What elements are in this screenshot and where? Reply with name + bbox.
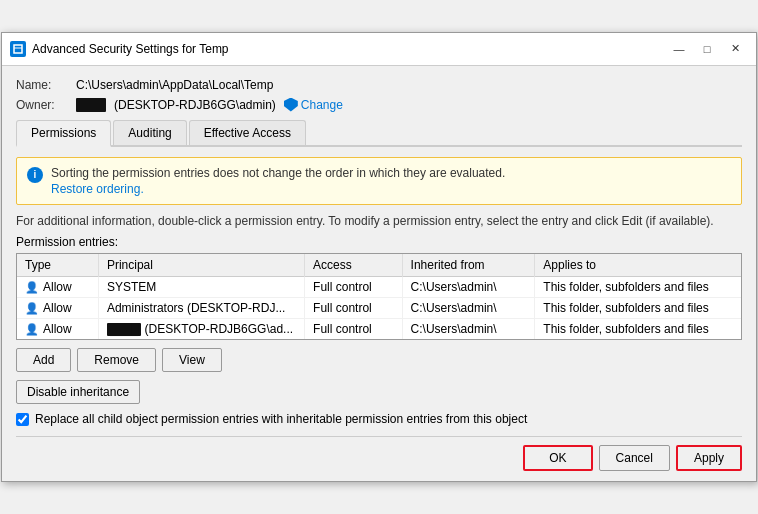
- table-row[interactable]: 👤 Allow Administrators (DESKTOP-RDJ... F…: [17, 298, 741, 319]
- user-icon: 👤: [25, 301, 39, 315]
- change-link[interactable]: Change: [284, 98, 343, 112]
- owner-row: Owner: (DESKTOP-RDJB6GG\admin) Change: [16, 98, 742, 112]
- close-button[interactable]: ✕: [722, 39, 748, 59]
- window-title: Advanced Security Settings for Temp: [32, 42, 666, 56]
- table-header-row: Type Principal Access Inherited from App…: [17, 254, 741, 277]
- info-icon: i: [27, 167, 43, 183]
- svg-rect-0: [14, 45, 22, 53]
- apply-button[interactable]: Apply: [676, 445, 742, 471]
- name-row: Name: C:\Users\admin\AppData\Local\Temp: [16, 78, 742, 92]
- remove-button[interactable]: Remove: [77, 348, 156, 372]
- main-window: Advanced Security Settings for Temp — □ …: [1, 32, 757, 483]
- bottom-buttons: OK Cancel Apply: [16, 436, 742, 471]
- disable-inheritance-button[interactable]: Disable inheritance: [16, 380, 140, 404]
- maximize-button[interactable]: □: [694, 39, 720, 59]
- col-type: Type: [17, 254, 98, 277]
- shield-icon: [284, 98, 298, 112]
- ok-button[interactable]: OK: [523, 445, 592, 471]
- info-banner-text: Sorting the permission entries does not …: [51, 166, 505, 196]
- add-button[interactable]: Add: [16, 348, 71, 372]
- owner-label: Owner:: [16, 98, 76, 112]
- user-icon: 👤: [25, 280, 39, 294]
- title-bar: Advanced Security Settings for Temp — □ …: [2, 33, 756, 66]
- owner-block: (DESKTOP-RDJB6GG\admin) Change: [76, 98, 343, 112]
- row2-applies: This folder, subfolders and files: [535, 298, 741, 319]
- col-access: Access: [305, 254, 403, 277]
- row1-principal: SYSTEM: [98, 277, 304, 298]
- tab-permissions[interactable]: Permissions: [16, 120, 111, 147]
- cancel-button[interactable]: Cancel: [599, 445, 670, 471]
- restore-ordering-link[interactable]: Restore ordering.: [51, 182, 505, 196]
- window-icon: [10, 41, 26, 57]
- checkbox-label: Replace all child object permission entr…: [35, 412, 527, 426]
- minimize-button[interactable]: —: [666, 39, 692, 59]
- content-area: Name: C:\Users\admin\AppData\Local\Temp …: [2, 66, 756, 482]
- permission-entries-label: Permission entries:: [16, 235, 742, 249]
- tabs-container: Permissions Auditing Effective Access: [16, 120, 742, 147]
- hidden-name-block: ████: [107, 323, 141, 336]
- col-principal: Principal: [98, 254, 304, 277]
- checkbox-row: Replace all child object permission entr…: [16, 412, 742, 426]
- col-applies-to: Applies to: [535, 254, 741, 277]
- name-value: C:\Users\admin\AppData\Local\Temp: [76, 78, 273, 92]
- row2-access: Full control: [305, 298, 403, 319]
- user-icon: 👤: [25, 322, 39, 336]
- name-label: Name:: [16, 78, 76, 92]
- table-row[interactable]: 👤 Allow ████ (DESKTOP-RDJB6GG\ad... Full…: [17, 319, 741, 340]
- row1-inherited: C:\Users\admin\: [402, 277, 535, 298]
- col-inherited-from: Inherited from: [402, 254, 535, 277]
- row2-principal: Administrators (DESKTOP-RDJ...: [98, 298, 304, 319]
- row3-access: Full control: [305, 319, 403, 340]
- action-buttons-row: Add Remove View: [16, 348, 742, 372]
- tab-auditing[interactable]: Auditing: [113, 120, 186, 145]
- info-banner: i Sorting the permission entries does no…: [16, 157, 742, 205]
- row1-type: 👤 Allow: [17, 277, 98, 298]
- row3-inherited: C:\Users\admin\: [402, 319, 535, 340]
- row3-applies: This folder, subfolders and files: [535, 319, 741, 340]
- description-text: For additional information, double-click…: [16, 213, 742, 230]
- row1-access: Full control: [305, 277, 403, 298]
- owner-value: (DESKTOP-RDJB6GG\admin): [114, 98, 276, 112]
- row2-type: 👤 Allow: [17, 298, 98, 319]
- row2-inherited: C:\Users\admin\: [402, 298, 535, 319]
- owner-icon-block: [76, 98, 106, 112]
- row3-type: 👤 Allow: [17, 319, 98, 340]
- window-controls: — □ ✕: [666, 39, 748, 59]
- tab-effective-access[interactable]: Effective Access: [189, 120, 306, 145]
- change-link-label: Change: [301, 98, 343, 112]
- replace-permissions-checkbox[interactable]: [16, 413, 29, 426]
- view-button[interactable]: View: [162, 348, 222, 372]
- row3-principal: ████ (DESKTOP-RDJB6GG\ad...: [98, 319, 304, 340]
- permissions-table: Type Principal Access Inherited from App…: [17, 254, 741, 339]
- table-row[interactable]: 👤 Allow SYSTEM Full control C:\Users\adm…: [17, 277, 741, 298]
- row1-applies: This folder, subfolders and files: [535, 277, 741, 298]
- permissions-table-container: Type Principal Access Inherited from App…: [16, 253, 742, 340]
- info-banner-message: Sorting the permission entries does not …: [51, 166, 505, 180]
